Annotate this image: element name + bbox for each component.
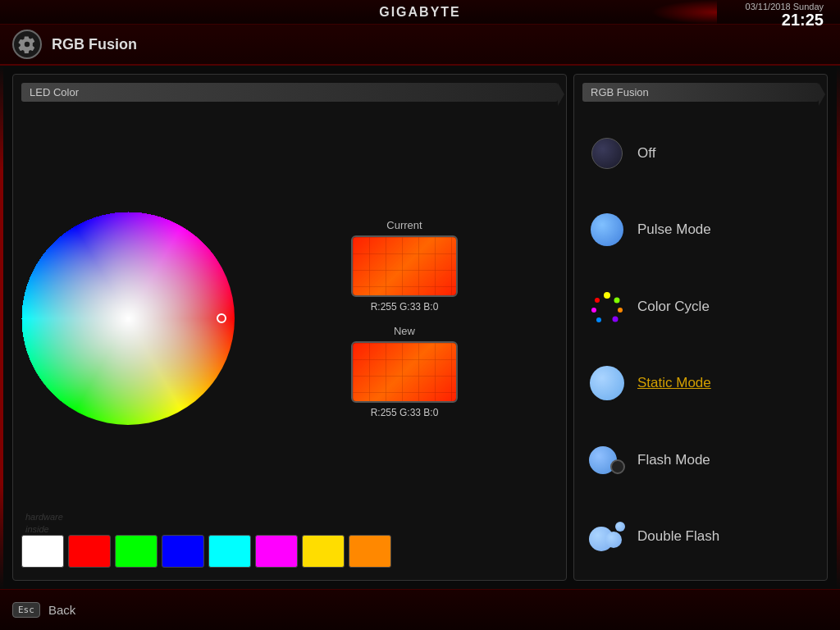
mode-label-flash: Flash Mode [637, 452, 710, 468]
swatch-white[interactable] [21, 535, 64, 568]
current-preview-inner [353, 237, 456, 295]
circuit-overlay-current [353, 237, 456, 295]
swatch-yellow[interactable] [302, 535, 345, 568]
pulse-circle [591, 213, 623, 246]
mode-icon-pulse [589, 212, 625, 248]
mode-item-flash[interactable]: Flash Mode [582, 439, 819, 482]
swatch-cyan[interactable] [208, 535, 251, 568]
swatches-row [21, 527, 558, 572]
svg-point-6 [595, 298, 600, 303]
mode-item-color-cycle[interactable]: Color Cycle [582, 285, 819, 328]
corner-glow [651, 0, 717, 25]
mode-label-color-cycle: Color Cycle [637, 299, 710, 315]
header: GIGABYTE 03/11/2018 Sunday 21:25 [0, 0, 840, 25]
mode-icon-color-cycle [589, 289, 625, 325]
back-label[interactable]: Back [48, 603, 75, 617]
right-panel-label: RGB Fusion [582, 83, 819, 102]
flash-icon-shape [589, 446, 625, 474]
left-panel: LED Color Current R:255 G:33 B:0 [12, 74, 567, 581]
color-previews: Current R:255 G:33 B:0 New [251, 219, 558, 418]
circuit-overlay-new [353, 343, 456, 401]
header-time: 03/11/2018 Sunday 21:25 [746, 2, 824, 28]
color-cursor [217, 313, 226, 323]
current-preview-group: Current R:255 G:33 B:0 [351, 219, 458, 313]
mode-label-off: Off [637, 145, 655, 162]
off-circle [591, 138, 623, 169]
mode-icon-double-flash [589, 518, 625, 555]
color-wheel-area: Current R:255 G:33 B:0 New [21, 110, 558, 527]
new-preview-inner [353, 343, 456, 401]
swatch-red[interactable] [68, 535, 111, 568]
mode-label-pulse: Pulse Mode [637, 221, 711, 238]
watermark: hardware inside [25, 511, 63, 535]
new-preview-box [351, 341, 458, 403]
gear-svg [18, 35, 36, 53]
mode-icon-flash [589, 442, 625, 478]
swatch-magenta[interactable] [255, 535, 298, 568]
new-preview-group: New R:255 G:33 B:0 [351, 325, 458, 418]
color-cycle-svg [589, 289, 625, 325]
sub-header: RGB Fusion [0, 25, 840, 66]
static-circle [590, 366, 624, 400]
svg-point-2 [618, 308, 623, 313]
sub-header-title: RGB Fusion [52, 36, 137, 53]
svg-point-3 [613, 316, 619, 322]
bottom-bar: Esc Back [0, 589, 840, 630]
app-title: GIGABYTE [379, 5, 461, 20]
red-line-left [0, 66, 3, 589]
current-label: Current [386, 219, 422, 231]
right-panel: RGB Fusion OffPulse Mode Color CycleStat… [573, 74, 828, 581]
swatch-orange[interactable] [349, 535, 391, 568]
new-label: New [394, 325, 415, 337]
gear-icon [12, 30, 42, 59]
mode-item-off[interactable]: Off [582, 132, 819, 175]
left-panel-label: LED Color [21, 83, 558, 102]
color-wheel-container[interactable] [21, 212, 235, 425]
red-line-right [837, 66, 840, 589]
current-preview-box [351, 235, 458, 297]
esc-key[interactable]: Esc [12, 602, 40, 618]
svg-point-4 [596, 317, 601, 322]
mode-label-static: Static Mode [637, 375, 711, 391]
swatch-green[interactable] [115, 535, 158, 568]
swatch-blue[interactable] [162, 535, 204, 568]
current-value: R:255 G:33 B:0 [371, 301, 439, 313]
double-flash-icon-shape [589, 522, 625, 551]
header-clock: 21:25 [746, 11, 824, 28]
color-wheel[interactable] [21, 212, 235, 425]
mode-label-double-flash: Double Flash [637, 528, 719, 545]
mode-icon-static [589, 365, 625, 401]
new-value: R:255 G:33 B:0 [371, 407, 439, 418]
mode-list: OffPulse Mode Color CycleStatic Mode Fla… [582, 118, 819, 572]
mode-item-pulse[interactable]: Pulse Mode [582, 208, 819, 251]
mode-item-static[interactable]: Static Mode [582, 362, 819, 404]
main-content: LED Color Current R:255 G:33 B:0 [0, 66, 840, 589]
svg-point-0 [604, 292, 610, 299]
mode-icon-off [589, 135, 625, 171]
svg-point-1 [614, 297, 620, 303]
mode-item-double-flash[interactable]: Double Flash [582, 515, 819, 558]
svg-point-5 [591, 308, 596, 313]
